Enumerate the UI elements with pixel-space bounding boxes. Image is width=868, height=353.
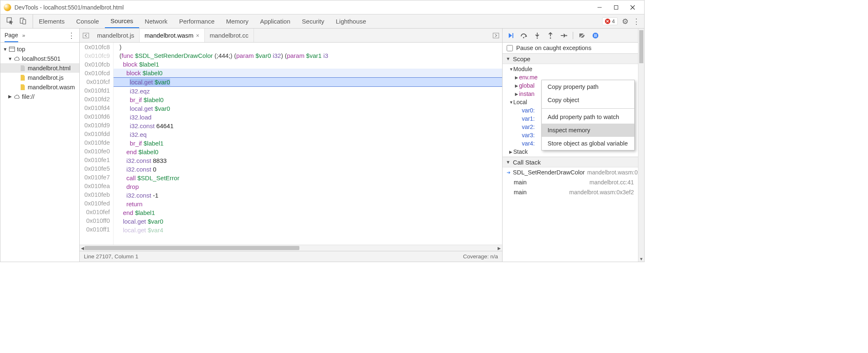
code-line: br_if $label0 [114, 95, 502, 104]
callstack-frame[interactable]: ➔SDL_SetRenderDrawColormandelbrot.wasm:0… [503, 167, 638, 177]
context-menu[interactable]: Copy property pathCopy objectAdd propert… [541, 80, 635, 150]
code-line: block $label1 [114, 60, 502, 69]
callstack-frame[interactable]: mainmandelbrot.cc:41 [503, 177, 638, 187]
scope-var-name: instan [519, 91, 534, 97]
step-out-icon[interactable] [546, 31, 555, 40]
tab-console[interactable]: Console [71, 14, 105, 28]
step-over-icon[interactable] [520, 31, 528, 40]
context-menu-item[interactable]: Copy property path [542, 80, 634, 93]
navigator-sidebar: Page » ⋮ ▼ top ▼ localhost:5501 mandelbr… [0, 29, 80, 262]
kebab-menu-icon[interactable]: ⋮ [633, 17, 640, 26]
tree-file-item[interactable]: mandelbrot.wasm [0, 82, 79, 92]
code-line: end $label0 [114, 148, 502, 156]
code-line: i32.const -1 [114, 191, 502, 200]
scope-module-row[interactable]: ▼ Module [503, 65, 638, 73]
tree-node-origin[interactable]: ▼ localhost:5501 [0, 54, 79, 63]
right-vertical-scrollbar[interactable]: ▲ ▼ [638, 29, 644, 262]
callstack-section-header[interactable]: ▼ Call Stack [503, 157, 638, 167]
svg-rect-1 [614, 5, 618, 9]
expand-icon: ▶ [509, 150, 513, 154]
nav-back-icon[interactable] [80, 32, 92, 39]
code-line: (func $SDL_SetRenderDrawColor (;444;) (p… [114, 51, 502, 60]
toggle-device-icon[interactable] [19, 17, 27, 26]
svg-rect-7 [9, 47, 15, 51]
window-titlebar: DevTools - localhost:5501/mandelbrot.htm… [0, 0, 644, 14]
scope-label: Local [513, 99, 527, 105]
deactivate-breakpoints-icon[interactable] [578, 31, 586, 40]
svg-rect-9 [83, 33, 89, 38]
tab-sources[interactable]: Sources [105, 14, 139, 28]
source-panel: mandelbrot.jsmandelbrot.wasm×mandelbrot.… [80, 29, 503, 262]
code-line: local.get $var0 [114, 77, 502, 87]
settings-gear-icon[interactable]: ⚙ [622, 17, 628, 26]
scroll-right-icon[interactable]: ▶ [496, 245, 502, 251]
tab-elements[interactable]: Elements [33, 14, 71, 28]
tab-security[interactable]: Security [296, 14, 330, 28]
pause-on-exceptions-icon[interactable] [591, 31, 600, 40]
window-frame-icon [9, 46, 15, 52]
context-menu-item[interactable]: Copy object [542, 93, 634, 107]
navigator-more-icon[interactable]: » [22, 32, 25, 38]
file-tab[interactable]: mandelbrot.js [92, 29, 140, 42]
navigator-kebab-icon[interactable]: ⋮ [68, 31, 75, 40]
code-line: i32.const 64641 [114, 122, 502, 130]
close-button[interactable] [624, 1, 641, 14]
context-menu-item[interactable]: Store object as global variable [542, 137, 634, 150]
scope-var-name: var0: [522, 107, 535, 114]
navigator-tab-page[interactable]: Page [5, 29, 18, 42]
svg-rect-11 [512, 33, 513, 38]
frame-location: mandelbrot.cc:41 [590, 179, 634, 186]
tree-file-item[interactable]: mandelbrot.html [0, 63, 79, 73]
context-menu-item[interactable]: Inspect memory [542, 124, 634, 137]
code-line: local.get $var0 [114, 104, 502, 113]
tree-node-top[interactable]: ▼ top [0, 44, 79, 54]
resume-icon[interactable] [507, 31, 515, 40]
scroll-thumb[interactable] [639, 30, 643, 63]
scroll-down-icon[interactable]: ▼ [638, 256, 644, 262]
code-line: local.get $var4 [114, 226, 502, 234]
frame-name: SDL_SetRenderDrawColor [513, 169, 585, 176]
tree-node-file[interactable]: ▶ file:// [0, 92, 79, 101]
pause-caught-row[interactable]: Pause on caught exceptions [503, 43, 638, 53]
close-tab-icon[interactable]: × [196, 32, 199, 39]
svg-point-20 [593, 33, 598, 38]
cursor-position: Line 27107, Column 1 [84, 253, 138, 260]
tab-memory[interactable]: Memory [221, 14, 254, 28]
inspect-element-icon[interactable] [6, 17, 14, 26]
scope-var-name: var2: [522, 124, 535, 130]
error-count-badge[interactable]: ✕ 4 [602, 17, 618, 25]
nav-fwd-icon[interactable] [490, 32, 502, 39]
pause-caught-checkbox[interactable] [507, 45, 513, 51]
file-tree: ▼ top ▼ localhost:5501 mandelbrot.html m… [0, 43, 79, 262]
code-area[interactable]: 0x010fc80x010fc90x010fcb0x010fcd0x010fcf… [80, 43, 502, 245]
address-gutter: 0x010fc80x010fc90x010fcb0x010fcd0x010fcf… [80, 43, 114, 245]
tab-lighthouse[interactable]: Lighthouse [330, 14, 372, 28]
error-count: 4 [612, 18, 615, 24]
file-tab[interactable]: mandelbrot.cc [205, 29, 254, 42]
scope-section-header[interactable]: ▼ Scope [503, 53, 638, 64]
expand-icon: ▶ [8, 94, 12, 99]
expand-icon: ▼ [3, 47, 7, 52]
maximize-button[interactable] [608, 1, 624, 14]
callstack-frame[interactable]: mainmandelbrot.wasm:0x3ef2 [503, 187, 638, 197]
code-line: end $label1 [114, 208, 502, 217]
tab-application[interactable]: Application [254, 14, 296, 28]
section-title: Scope [513, 55, 531, 62]
minimize-button[interactable] [591, 1, 608, 14]
step-into-icon[interactable] [533, 31, 541, 40]
tree-file-item[interactable]: mandelbrot.js [0, 73, 79, 82]
frame-location: mandelbrot.wasm:0x10fcf [587, 169, 645, 176]
expand-icon: ▶ [515, 92, 519, 96]
context-menu-item[interactable]: Add property path to watch [542, 110, 634, 124]
horizontal-scrollbar[interactable]: ◀ ▶ [80, 245, 502, 251]
scroll-thumb[interactable] [85, 246, 299, 250]
expand-icon: ▼ [506, 56, 510, 61]
file-tab[interactable]: mandelbrot.wasm× [140, 29, 205, 42]
separator [573, 32, 573, 39]
window-title: DevTools - localhost:5501/mandelbrot.htm… [14, 4, 591, 11]
tab-performance[interactable]: Performance [173, 14, 221, 28]
step-icon[interactable] [560, 31, 568, 40]
tree-label: mandelbrot.html [28, 65, 71, 72]
tab-network[interactable]: Network [139, 14, 173, 28]
pause-caught-label: Pause on caught exceptions [516, 45, 591, 51]
